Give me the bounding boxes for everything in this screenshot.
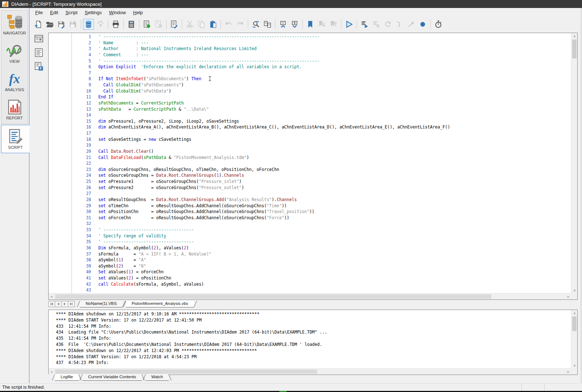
- editor-hscroll-thumb[interactable]: [55, 294, 491, 299]
- line-number[interactable]: 13: [72, 107, 95, 113]
- script-run-dialog-icon[interactable]: [142, 19, 152, 30]
- line-number[interactable]: 11: [72, 94, 95, 101]
- editor-tab[interactable]: PistonMovement_Analysis.vbs: [126, 301, 194, 307]
- log-horizontal-scrollbar[interactable]: < >: [49, 368, 571, 375]
- scroll-left-icon[interactable]: <: [49, 294, 55, 300]
- line-number[interactable]: 4: [72, 52, 95, 58]
- report-layout-icon[interactable]: [33, 33, 45, 45]
- scroll-down-icon[interactable]: ∨: [571, 362, 578, 368]
- line-number[interactable]: 23: [72, 167, 95, 173]
- menu-settings[interactable]: Settings: [81, 9, 106, 16]
- sidebar-item-analysis[interactable]: fxANALYSIS: [1, 67, 28, 95]
- line-number[interactable]: 22: [72, 161, 95, 167]
- line-number[interactable]: 25: [72, 179, 95, 185]
- save-as-icon[interactable]: [56, 19, 67, 30]
- line-number[interactable]: 30: [72, 209, 95, 215]
- editor-tab[interactable]: NoName(1).VBS: [80, 301, 123, 307]
- log-hscroll-thumb[interactable]: [55, 369, 317, 374]
- line-number[interactable]: 36: [72, 245, 95, 252]
- sidebar-item-navigator[interactable]: NAVIGATOR: [1, 11, 28, 39]
- bookmark-prev-icon[interactable]: [328, 19, 339, 30]
- script-code-editor[interactable]: 1' -------------------------------------…: [48, 33, 578, 300]
- touch-data-icon[interactable]: [95, 19, 106, 30]
- line-number[interactable]: 35: [72, 239, 95, 245]
- next-tab-icon[interactable]: [61, 301, 68, 307]
- line-number[interactable]: 2: [72, 40, 95, 46]
- line-number[interactable]: 40: [72, 269, 95, 275]
- line-number[interactable]: 41: [72, 275, 95, 282]
- first-tab-icon[interactable]: [48, 301, 55, 307]
- line-number[interactable]: 33: [72, 227, 95, 233]
- line-number[interactable]: 43: [72, 287, 95, 293]
- line-number[interactable]: 34: [72, 233, 95, 240]
- open-folder-icon[interactable]: [44, 19, 55, 30]
- step-over-icon[interactable]: [371, 19, 382, 30]
- log-tab-logfile[interactable]: Logfile: [55, 374, 79, 381]
- paste-icon[interactable]: [208, 19, 218, 30]
- new-script-icon[interactable]: [33, 19, 44, 30]
- scroll-up-icon[interactable]: ∧: [571, 33, 578, 39]
- last-tab-icon[interactable]: [68, 301, 75, 307]
- editor-vscroll-thumb[interactable]: [572, 40, 577, 58]
- line-number[interactable]: 14: [72, 113, 95, 119]
- collapse-fold-icon[interactable]: [278, 19, 288, 30]
- line-number[interactable]: 16: [72, 124, 95, 131]
- line-number[interactable]: 28: [72, 197, 95, 203]
- editor-vertical-scrollbar[interactable]: ∧ ∨: [571, 33, 577, 293]
- script-editor-icon[interactable]: [169, 19, 180, 30]
- line-number[interactable]: 17: [72, 131, 95, 137]
- line-number[interactable]: 3: [72, 46, 95, 52]
- line-number[interactable]: 37: [72, 252, 95, 258]
- scroll-up-icon[interactable]: ∧: [571, 310, 578, 316]
- line-number[interactable]: 29: [72, 203, 95, 209]
- line-number-gutter[interactable]: [49, 33, 72, 293]
- line-number[interactable]: 15: [72, 119, 95, 125]
- sidebar-item-script[interactable]: SCRIPT: [1, 125, 29, 153]
- data-store-icon[interactable]: [83, 19, 94, 30]
- redo-icon[interactable]: [235, 19, 246, 30]
- print-icon[interactable]: [110, 19, 121, 30]
- log-tab-current-variable-contents[interactable]: Current Variable Contents: [82, 374, 142, 381]
- line-number[interactable]: 21: [72, 155, 95, 161]
- line-number[interactable]: 38: [72, 257, 95, 264]
- line-number[interactable]: 7: [72, 70, 95, 77]
- menu-file[interactable]: File: [32, 9, 46, 16]
- scroll-right-icon[interactable]: >: [565, 294, 571, 300]
- sidebar-item-view[interactable]: VIEW: [1, 39, 28, 67]
- line-number[interactable]: 42: [72, 282, 95, 288]
- line-number[interactable]: 8: [72, 76, 95, 82]
- line-number[interactable]: 12: [72, 101, 95, 107]
- log-vertical-scrollbar[interactable]: ∧ ∨: [571, 310, 577, 368]
- step-out-icon[interactable]: [406, 19, 417, 30]
- sidebar-item-report[interactable]: REPORT: [1, 95, 28, 124]
- script-disabled-icon[interactable]: [153, 19, 164, 30]
- cut-icon[interactable]: [184, 19, 195, 30]
- code-area[interactable]: 1' -------------------------------------…: [49, 33, 571, 293]
- line-number[interactable]: 10: [72, 89, 95, 95]
- line-number[interactable]: 32: [72, 221, 95, 227]
- menu-window[interactable]: Window: [106, 9, 130, 16]
- log-vscroll-thumb[interactable]: [572, 317, 577, 331]
- scroll-right-icon[interactable]: >: [565, 369, 571, 375]
- find-replace-icon[interactable]: [250, 19, 261, 30]
- line-number[interactable]: 18: [72, 137, 95, 143]
- run-to-cursor-icon[interactable]: [359, 19, 370, 30]
- line-number[interactable]: 5: [72, 58, 95, 65]
- menu-edit[interactable]: Edit: [46, 9, 62, 16]
- prev-tab-icon[interactable]: [55, 301, 62, 307]
- undo-icon[interactable]: [223, 19, 234, 30]
- line-number[interactable]: 6: [72, 64, 95, 70]
- line-number[interactable]: 31: [72, 215, 95, 221]
- log-tab-watch[interactable]: Watch: [146, 374, 169, 381]
- menu-help[interactable]: Help: [130, 9, 147, 16]
- compare-scripts-icon[interactable]: [262, 19, 273, 30]
- line-number[interactable]: 26: [72, 185, 95, 191]
- editor-horizontal-scrollbar[interactable]: < >: [49, 293, 571, 299]
- line-number[interactable]: 1: [72, 34, 95, 40]
- stopwatch-icon[interactable]: [433, 19, 444, 30]
- expand-fold-icon[interactable]: [289, 19, 300, 30]
- save-icon[interactable]: [67, 19, 78, 30]
- line-number[interactable]: 19: [72, 143, 95, 149]
- bookmark-icon[interactable]: [305, 19, 316, 30]
- menu-script[interactable]: Script: [62, 9, 81, 16]
